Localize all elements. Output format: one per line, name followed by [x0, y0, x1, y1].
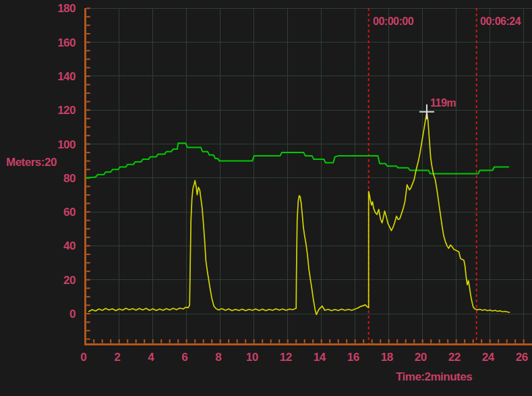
y-tick-label: 20 [63, 274, 76, 287]
y-tick-label: 120 [57, 104, 76, 117]
x-tick-label: 14 [314, 351, 326, 364]
x-tick-label: 22 [448, 351, 461, 364]
cursor-value-label: 119m [430, 97, 456, 109]
y-tick-label: 60 [63, 206, 76, 219]
altitude-time-chart[interactable]: 0204060801001201401601800246810121416182… [0, 0, 532, 396]
x-tick-label: 10 [246, 351, 258, 364]
y-tick-label: 100 [57, 138, 76, 151]
y-tick-label: 40 [63, 239, 76, 252]
y-tick-label: 180 [57, 2, 76, 15]
x-tick-label: 2 [114, 351, 120, 364]
x-tick-label: 4 [148, 351, 154, 364]
series-green-line [86, 143, 508, 178]
y-tick-label: 140 [57, 70, 76, 83]
series-layer [86, 112, 510, 315]
event-end-time-label: 00:06:24 [480, 16, 521, 28]
event-start-time-label: 00:00:00 [373, 16, 413, 28]
y-tick-label: 0 [69, 308, 76, 320]
x-tick-label: 12 [280, 351, 292, 364]
altitude-chart-window: 0204060801001201401601800246810121416182… [0, 0, 532, 396]
x-tick-label: 24 [482, 351, 495, 364]
x-tick-label: 0 [80, 351, 86, 364]
y-tick-label: 80 [63, 172, 76, 185]
x-tick-label: 16 [347, 351, 359, 364]
y-tick-labels: 020406080100120140160180 [57, 2, 76, 320]
x-tick-label: 6 [181, 351, 187, 364]
y-tick-label: 160 [57, 36, 76, 49]
x-tick-label: 20 [415, 351, 427, 364]
x-tick-label: 26 [516, 351, 528, 364]
series-yellow-line [89, 112, 510, 315]
x-tick-labels: 02468101214161820222426 [80, 351, 527, 364]
x-tick-label: 8 [215, 351, 221, 364]
x-tick-label: 18 [381, 351, 393, 364]
grid-layer [86, 8, 532, 344]
x-axis-title: Time:2minutes [396, 370, 472, 384]
y-axis-title: Meters:20 [6, 156, 57, 169]
axis-layer [84, 7, 532, 345]
